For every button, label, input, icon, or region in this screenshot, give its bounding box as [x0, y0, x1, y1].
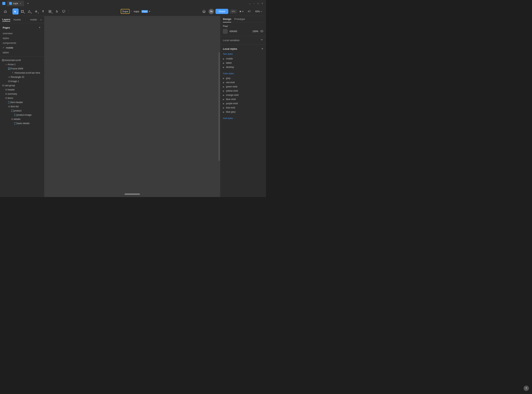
select-tool-chevron: ▾ — [17, 12, 18, 14]
layer-cart-group[interactable]: cart-group — [0, 83, 44, 88]
layers-list: horizontal-scroll Arrow 1 Frame 6949 T — [0, 57, 44, 197]
svg-rect-53 — [13, 110, 13, 110]
layer-product-image[interactable]: product-image — [0, 113, 44, 117]
layer-horizontal-scroll[interactable]: horizontal-scroll — [0, 58, 44, 62]
add-page-button[interactable]: + — [38, 26, 42, 29]
home-button[interactable] — [2, 8, 8, 15]
page-opacity-value[interactable]: 100% — [252, 30, 258, 33]
text-style-tablet[interactable]: ▶ tablet — [223, 61, 263, 65]
text-style-mobile[interactable]: ▶ mobile — [223, 57, 263, 61]
shape-tool[interactable]: ▾ — [26, 8, 32, 15]
layer-arrow1[interactable]: Arrow 1 — [0, 62, 44, 67]
grid-icon — [1, 59, 5, 62]
layer-basic-details[interactable]: basic-details — [0, 121, 44, 125]
grid3-icon — [1, 84, 5, 87]
svg-rect-55 — [13, 111, 13, 112]
visibility-icon[interactable] — [260, 30, 263, 33]
color-style-yellow-vivid[interactable]: ▶ yellow-vivid — [223, 89, 263, 93]
svg-point-67 — [261, 30, 263, 32]
color-style-teal-vivid[interactable]: ▶ teal-vivid — [223, 106, 263, 110]
layer-item-header[interactable]: item-header — [0, 100, 44, 104]
layer-details[interactable]: details — [0, 117, 44, 121]
page-item-tablet[interactable]: tablet — [0, 50, 44, 55]
layer-text-scroll[interactable]: T Horizontal scroll bar here — [0, 71, 44, 75]
design-tab[interactable]: Design — [223, 18, 231, 22]
close-control[interactable]: × — [261, 2, 264, 5]
assets-tab[interactable]: Assets — [13, 18, 21, 21]
title-bar: supa × + ⌄ − □ × — [0, 0, 266, 7]
minimize-control[interactable]: ⌄ — [248, 2, 251, 5]
accessibility-button[interactable]: A? — [246, 8, 252, 15]
component-tool[interactable]: ▾ — [47, 8, 53, 15]
chevron-right-icon-3: ▶ — [223, 66, 224, 68]
svg-rect-47 — [8, 103, 9, 103]
line-icon — [5, 63, 8, 66]
tab-close-button[interactable]: × — [19, 2, 22, 5]
chevron-right-icon-7: ▶ — [223, 90, 224, 92]
comment-tool[interactable] — [61, 8, 67, 15]
maximize-control[interactable]: □ — [257, 2, 260, 5]
svg-point-8 — [36, 11, 37, 12]
color-styles-label: Color styles — [223, 72, 263, 75]
text-style-desktop[interactable]: ▶ desktop — [223, 65, 263, 69]
svg-rect-59 — [16, 115, 16, 116]
frame-icon-2 — [8, 101, 11, 104]
canvas[interactable] — [44, 16, 220, 197]
code-button[interactable]: </> — [230, 9, 237, 14]
color-style-grey[interactable]: ▶ grey — [223, 76, 263, 80]
color-style-purple-vivid[interactable]: ▶ purple-vivid — [223, 101, 263, 106]
dropdown-chevron-icon[interactable]: ▾ — [149, 10, 150, 13]
active-tab[interactable]: supa × — [7, 0, 24, 6]
layer-summary[interactable]: summary — [0, 92, 44, 96]
page-item-styles[interactable]: styles — [0, 36, 44, 41]
layer-image1[interactable]: image 1 — [0, 79, 44, 83]
headphone-button[interactable] — [201, 8, 207, 15]
layers-tab[interactable]: Layers — [2, 18, 10, 22]
page-color-swatch[interactable] — [223, 29, 228, 34]
breadcrumb-project[interactable]: Supa — [121, 9, 130, 14]
svg-rect-11 — [49, 12, 50, 13]
select-tool[interactable]: ▾ — [12, 8, 19, 15]
frame-tool[interactable]: ▾ — [19, 8, 26, 15]
layer-items[interactable]: items — [0, 96, 44, 100]
layer-rect22[interactable]: Rectangle 22 — [0, 75, 44, 79]
pen-tool-chevron: ▾ — [38, 12, 39, 14]
zoom-control[interactable]: 60% — [254, 9, 264, 14]
color-style-green-vivid[interactable]: ▶ green-vivid — [223, 84, 263, 89]
canvas-scrollbar[interactable] — [219, 52, 220, 161]
color-style-orange-vivid[interactable]: ▶ orange-vivid — [223, 93, 263, 97]
color-style-blue-grey[interactable]: ▶ blue-grey — [223, 110, 263, 114]
layer-frame6949[interactable]: Frame 6949 — [0, 67, 44, 71]
svg-rect-22 — [10, 68, 10, 68]
frame-icon-3 — [11, 109, 14, 112]
chevron-right-icon-4: ▶ — [223, 77, 224, 79]
hand-tool[interactable] — [54, 8, 60, 15]
text-tool[interactable]: T — [40, 8, 46, 15]
new-tab-button[interactable]: + — [26, 1, 30, 6]
svg-rect-3 — [23, 12, 24, 13]
variables-filter-icon[interactable] — [260, 38, 263, 42]
svg-rect-48 — [10, 103, 10, 103]
svg-rect-2 — [21, 12, 22, 13]
color-style-blue-vivid[interactable]: ▶ blue-vivid — [223, 97, 263, 101]
page-item-mobile[interactable]: ✓ mobile — [0, 45, 44, 50]
page-item-components[interactable]: components — [0, 41, 44, 45]
text-icon: T — [11, 71, 15, 74]
add-style-button[interactable]: + — [261, 47, 263, 51]
chevron-right-icon: ▶ — [223, 58, 224, 60]
page-item-overview[interactable]: overview — [0, 31, 44, 36]
pages-list: overview styles components ✓ mobile tabl… — [0, 31, 44, 56]
play-button[interactable] — [238, 8, 245, 15]
prototype-tab[interactable]: Prototype — [234, 18, 245, 22]
pen-tool[interactable]: ▾ — [33, 8, 39, 15]
layer-product[interactable]: product — [0, 109, 44, 113]
layer-item-list[interactable]: item-list — [0, 104, 44, 109]
chevron-right-icon-8: ▶ — [223, 94, 224, 96]
restore-control[interactable]: − — [253, 2, 255, 5]
layer-header[interactable]: header — [0, 88, 44, 92]
page-color-value[interactable]: 434343 — [229, 30, 250, 33]
breadcrumb-page[interactable]: supa — [133, 9, 140, 13]
user-avatar[interactable]: TA — [209, 9, 214, 14]
color-style-red-vivid[interactable]: ▶ red-vivid — [223, 80, 263, 84]
share-button[interactable]: Share — [215, 9, 228, 14]
